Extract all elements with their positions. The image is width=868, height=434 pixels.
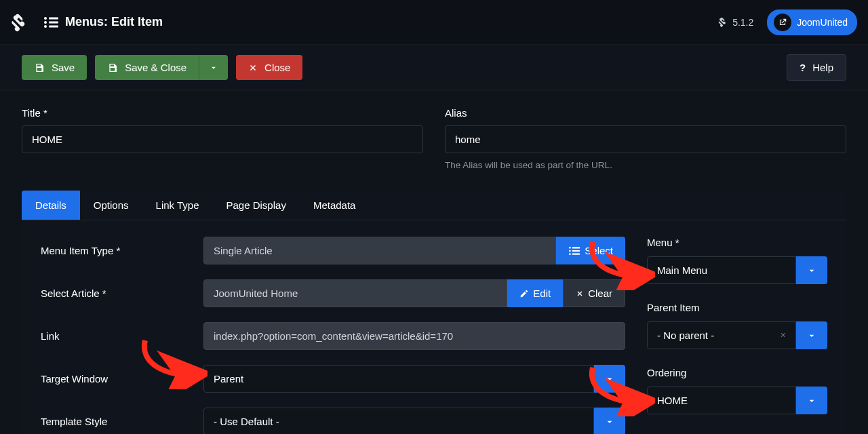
template-style-label: Template Style xyxy=(41,416,203,427)
svg-rect-9 xyxy=(572,250,580,251)
chevron-down-icon xyxy=(806,265,817,276)
tab-link-type[interactable]: Link Type xyxy=(142,191,213,220)
svg-point-10 xyxy=(569,253,571,255)
svg-point-0 xyxy=(44,17,47,20)
svg-rect-3 xyxy=(49,21,58,23)
svg-rect-11 xyxy=(572,253,580,254)
svg-rect-5 xyxy=(49,25,58,27)
menu-label: Menu * xyxy=(647,237,827,248)
ordering-select[interactable]: HOME xyxy=(647,387,827,414)
menu-select[interactable]: Main Menu xyxy=(647,256,827,284)
pencil-icon xyxy=(519,289,529,298)
save-close-button[interactable]: Save & Close xyxy=(95,55,199,80)
parent-item-toggle[interactable] xyxy=(796,321,827,349)
save-icon xyxy=(107,62,118,73)
external-link-icon xyxy=(774,14,791,31)
svg-rect-7 xyxy=(572,247,580,248)
version-badge: 5.1.2 xyxy=(718,17,753,28)
chevron-down-icon xyxy=(604,416,615,427)
link-label: Link xyxy=(41,330,203,342)
svg-point-4 xyxy=(44,25,47,28)
list-icon xyxy=(43,16,58,28)
menu-item-type-label: Menu Item Type * xyxy=(41,245,203,256)
svg-point-2 xyxy=(44,21,47,24)
alias-help-text: The Alias will be used as part of the UR… xyxy=(445,160,846,170)
save-dropdown-toggle[interactable] xyxy=(199,55,228,80)
svg-point-8 xyxy=(569,250,571,252)
target-window-label: Target Window xyxy=(41,373,203,384)
title-input[interactable] xyxy=(22,125,423,153)
article-clear-button[interactable]: Clear xyxy=(563,279,625,307)
menu-select-toggle[interactable] xyxy=(796,256,827,284)
help-button[interactable]: ? Help xyxy=(787,54,846,81)
question-icon: ? xyxy=(800,62,806,73)
chevron-down-icon xyxy=(604,374,615,384)
menu-item-type-field: Single Article xyxy=(203,237,556,264)
ordering-label: Ordering xyxy=(647,367,827,378)
tab-options[interactable]: Options xyxy=(80,191,142,220)
chevron-down-icon xyxy=(806,395,817,406)
save-icon xyxy=(34,62,45,73)
link-field: index.php?option=com_content&view=articl… xyxy=(203,322,625,350)
svg-point-6 xyxy=(569,247,571,249)
page-title: Menus: Edit Item xyxy=(65,15,163,29)
select-article-field: JoomUnited Home xyxy=(203,279,507,307)
close-button[interactable]: Close xyxy=(236,55,302,80)
tab-metadata[interactable]: Metadata xyxy=(300,191,370,220)
list-icon xyxy=(568,246,580,256)
select-article-label: Select Article * xyxy=(41,288,203,299)
menu-item-type-select-button[interactable]: Select xyxy=(556,237,625,264)
target-window-toggle[interactable] xyxy=(594,365,625,393)
alias-input[interactable] xyxy=(445,125,846,153)
chevron-down-icon xyxy=(209,63,218,73)
tab-details[interactable]: Details xyxy=(22,191,80,220)
svg-rect-1 xyxy=(49,17,58,19)
site-link-button[interactable]: JoomUnited xyxy=(767,9,857,35)
title-label: Title * xyxy=(22,107,423,119)
save-button[interactable]: Save xyxy=(22,55,87,80)
close-icon xyxy=(248,63,258,73)
article-edit-button[interactable]: Edit xyxy=(507,279,563,307)
parent-item-label: Parent Item xyxy=(647,302,827,313)
parent-item-select[interactable]: - No parent -× xyxy=(647,321,827,349)
tab-page-display[interactable]: Page Display xyxy=(213,191,300,220)
close-icon xyxy=(576,290,584,298)
target-window-select[interactable]: Parent xyxy=(203,365,625,393)
alias-label: Alias xyxy=(445,107,846,119)
template-style-toggle[interactable] xyxy=(594,408,625,434)
parent-item-clear[interactable]: × xyxy=(781,330,786,340)
ordering-toggle[interactable] xyxy=(796,387,827,414)
template-style-select[interactable]: - Use Default - xyxy=(203,408,625,434)
chevron-down-icon xyxy=(806,330,817,341)
joomla-logo-icon xyxy=(11,13,30,32)
